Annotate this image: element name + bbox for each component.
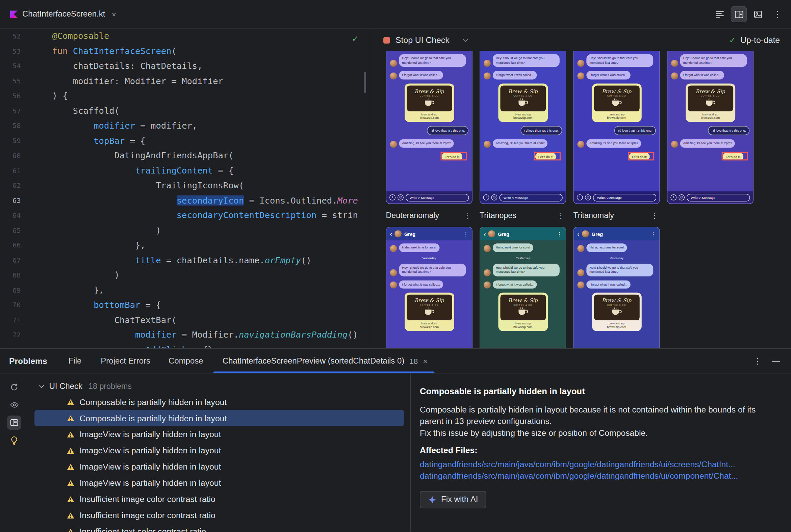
kebab-icon[interactable]: ⋮	[463, 211, 473, 220]
brew-sip-link-card: Brew & SipCOFFEE & CObrew and sipbrew&si…	[404, 83, 454, 122]
active-tab-underline	[214, 372, 435, 373]
sync-icon	[10, 383, 18, 391]
warning-icon	[67, 399, 74, 405]
minimize-icon[interactable]: —	[772, 357, 780, 366]
code-editor[interactable]: 5253545556575859606162636465666768697071…	[0, 29, 369, 348]
chevron-down-icon[interactable]	[463, 37, 468, 42]
main-split: 5253545556575859606162636465666768697071…	[0, 29, 791, 348]
line-number: 56	[0, 89, 31, 103]
problem-item[interactable]: ImageView is partially hidden in layout	[34, 442, 404, 458]
tab-preview-active[interactable]: ChatInterfaceScreenPreview (sortedChatDe…	[223, 349, 428, 373]
code-view-button[interactable]	[712, 6, 727, 22]
avatar	[390, 269, 397, 276]
problem-item[interactable]: Composable is partially hidden in layout	[34, 394, 404, 410]
warning-icon	[67, 463, 74, 470]
fix-with-ai-label: Fix with AI	[441, 495, 478, 504]
chat-preview-phone[interactable]: ‹Greg⋮Haha, next time for sure!Yesterday…	[573, 227, 660, 348]
problem-description: Composable is partially hidden in layout…	[420, 404, 776, 439]
avatar	[671, 72, 678, 79]
kebab-icon: ⋮	[463, 231, 468, 236]
more-options-button[interactable]: ⋮	[770, 6, 785, 22]
tab-compose[interactable]: Compose	[168, 357, 203, 366]
close-tab-icon[interactable]: ×	[423, 357, 427, 365]
code-line: bottomBar = {	[52, 298, 368, 312]
warning-icon	[67, 496, 74, 502]
affected-file-link[interactable]: datingandfriends/src/main/java/com/ibm/g…	[420, 470, 776, 482]
add-icon: +	[389, 194, 396, 201]
chat-bubble: Haha, next time for sure!	[399, 243, 440, 252]
message-input: Write A Message	[406, 194, 469, 201]
preview-problems-button[interactable]	[7, 398, 21, 412]
chat-bubble: Hey! Should we go to that cafe you menti…	[493, 54, 560, 67]
coffee-cup-icon	[516, 307, 530, 316]
problem-item[interactable]: ImageView is partially hidden in layout	[34, 426, 404, 442]
problem-item[interactable]: Insufficient text color contrast ratio	[34, 523, 404, 532]
line-number: 72	[0, 327, 31, 342]
emoji-icon: ☺	[585, 194, 591, 201]
chat-preview-phone[interactable]: Hey! Should we go to that cafe you menti…	[667, 51, 754, 204]
problem-item[interactable]: Insufficient image color contrast ratio	[34, 491, 404, 507]
fix-with-ai-button[interactable]: Fix with AI	[420, 491, 486, 508]
back-icon: ‹	[390, 231, 392, 237]
chat-preview-phone[interactable]: ‹Greg⋮Haha, next time for sure!Yesterday…	[386, 227, 473, 348]
quick-fix-button[interactable]	[7, 433, 21, 447]
line-number: 59	[0, 133, 31, 148]
chat-bubble: Haha, next time for sure!	[586, 243, 627, 252]
line-number: 66	[0, 238, 31, 253]
kebab-icon: ⋮	[773, 9, 781, 19]
chat-preview-phone[interactable]: Hey! Should we go to that cafe you menti…	[386, 51, 473, 204]
stop-ui-check-button[interactable]: Stop UI Check	[383, 35, 467, 44]
problem-item[interactable]: Insufficient image color contrast ratio	[34, 507, 404, 523]
chat-preview-phone[interactable]: Hey! Should we go to that cafe you menti…	[573, 51, 660, 204]
line-number: 62	[0, 178, 31, 193]
kebab-icon[interactable]: ⋮	[753, 356, 761, 366]
design-view-button[interactable]	[751, 6, 766, 22]
toolwindow-title[interactable]: Problems	[9, 356, 47, 366]
editor-scrollbar[interactable]	[364, 72, 366, 93]
tab-project-errors[interactable]: Project Errors	[100, 357, 150, 366]
message-input: Write A Message	[687, 194, 750, 201]
problem-item[interactable]: ImageView is partially hidden in layout	[34, 458, 404, 475]
date-divider: Yesterday	[390, 256, 468, 259]
avatar	[390, 141, 397, 148]
problems-group-header[interactable]: UI Check 18 problems	[29, 379, 410, 394]
code-view-icon	[715, 11, 724, 18]
problem-details-pane: Composable is partially hidden in layout…	[411, 374, 791, 532]
refresh-button[interactable]	[7, 380, 21, 394]
kebab-icon[interactable]: ⋮	[651, 211, 660, 220]
avatar	[484, 282, 491, 289]
chat-bubble: I'd love that! It's this one.	[521, 126, 562, 135]
tab-file[interactable]: File	[69, 357, 82, 366]
code-line: )	[52, 223, 368, 238]
avatar	[484, 141, 491, 148]
details-view-button[interactable]	[7, 416, 21, 430]
editor-mode-toolbar: ⋮	[712, 0, 785, 28]
affected-file-link[interactable]: datingandfriends/src/main/java/com/ibm/g…	[420, 458, 776, 470]
problems-list-pane: UI Check 18 problems Composable is parti…	[29, 374, 410, 532]
line-number: 61	[0, 164, 31, 178]
avatar	[577, 282, 584, 289]
brew-sip-link-card: Brew & SipCOFFEE & CObrew and sipbrew&si…	[592, 293, 641, 331]
chevron-down-icon[interactable]	[39, 383, 44, 388]
emoji-icon: ☺	[679, 194, 685, 201]
editor-tab[interactable]: ChatInterfaceScreen.kt ×	[0, 0, 123, 28]
inspection-ok-icon[interactable]: ✓	[352, 34, 358, 43]
problem-item[interactable]: ImageView is partially hidden in layout	[34, 475, 404, 491]
kotlin-file-icon	[10, 11, 18, 18]
chat-preview-phone[interactable]: Hey! Should we go to that cafe you menti…	[480, 51, 566, 204]
problem-item[interactable]: Composable is partially hidden in layout	[34, 410, 404, 426]
coffee-cup-icon	[423, 307, 436, 316]
chat-bubble: I forgot what it was called...	[493, 280, 537, 289]
split-view-button[interactable]	[731, 6, 747, 22]
chat-bubble: Hey! Should we go to that cafe you menti…	[399, 264, 466, 277]
coffee-cup-icon	[423, 98, 436, 107]
chat-bubble: Amazing, I'll see you there at 2pm?	[399, 139, 454, 148]
suggestion-chip: Let's do it!	[535, 153, 556, 160]
close-tab-icon[interactable]: ×	[112, 10, 116, 18]
add-icon: +	[670, 194, 677, 201]
editor-code[interactable]: @Composablefun ChatInterfaceScreen( chat…	[31, 29, 369, 348]
message-input-bar: +☺Write A Message	[386, 191, 472, 204]
chat-preview-phone[interactable]: ‹Greg⋮Haha, next time for sure!Yesterday…	[480, 227, 566, 348]
kebab-icon[interactable]: ⋮	[557, 211, 566, 220]
emoji-icon: ☺	[491, 194, 497, 201]
